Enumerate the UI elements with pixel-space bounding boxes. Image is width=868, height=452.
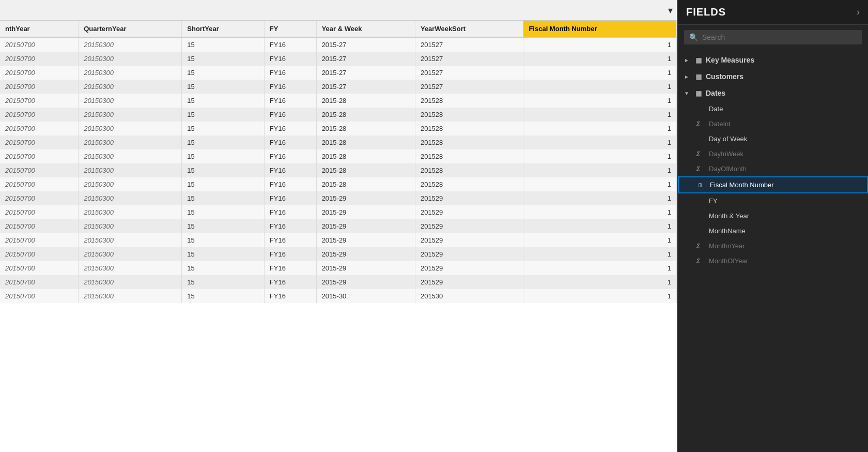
table-cell: 20150300 [79,289,182,303]
table-cell: 20150300 [79,191,182,205]
table-cell: 20150700 [0,289,79,303]
table-cell: 15 [182,122,265,135]
sigma-icon-dayOfMonth: Σ [696,165,705,173]
table-cell: 2015-28 [316,135,415,149]
field-label-dateInt: DateInt [709,120,862,128]
table-cell: 1 [523,122,677,135]
col-header-fiscalMonthNumber[interactable]: Fiscal Month Number [523,21,677,37]
table-cell: 20150700 [0,52,79,66]
table-wrapper[interactable]: nthYearQuarternYearShortYearFYYear & Wee… [0,21,677,452]
sigma-icon-dateInt: Σ [696,120,705,128]
table-cell: 20150700 [0,177,79,191]
fields-panel: FIELDS › 🔍 ►▦Key Measures►▦Customers▼▦Da… [677,0,868,452]
table-cell: 201528 [415,94,523,108]
table-cell: 1 [523,247,677,261]
table-cell: FY16 [264,52,316,66]
table-cell: 20150700 [0,135,79,149]
col-header-yearWeek[interactable]: Year & Week [316,21,415,37]
col-header-shortYear[interactable]: ShortYear [182,21,265,37]
table-cell: 20150300 [79,247,182,261]
fields-list[interactable]: ►▦Key Measures►▦Customers▼▦DatesDateΣDat… [678,50,868,452]
field-group-header-customers[interactable]: ►▦Customers [678,68,868,85]
col-header-monthnYear[interactable]: nthYear [0,21,79,37]
field-item-dayInWeek[interactable]: ΣDayInWeek [678,146,868,161]
search-box[interactable]: 🔍 [684,30,862,44]
group-arrow-dates: ▼ [684,91,691,96]
fields-expand-button[interactable]: › [857,7,860,18]
field-item-monthnYear[interactable]: ΣMonthnYear [678,238,868,253]
table-cell: 1 [523,80,677,94]
table-row: 201507002015030015FY162015-282015281 [0,94,677,108]
table-cell: 15 [182,191,265,205]
table-cell: 20150300 [79,94,182,108]
field-item-fiscalMonthNumber[interactable]: 🗓Fiscal Month Number [678,176,868,193]
field-item-date[interactable]: Date [678,101,868,116]
table-row: 201507002015030015FY162015-272015271 [0,37,677,52]
field-group-key-measures: ►▦Key Measures [678,52,868,68]
field-label-dayInWeek: DayInWeek [709,150,862,158]
table-cell: 201527 [415,52,523,66]
group-table-icon-key-measures: ▦ [695,56,702,64]
search-input[interactable] [702,33,857,41]
table-cell: 20150700 [0,247,79,261]
table-cell: 20150300 [79,177,182,191]
table-cell: 201529 [415,205,523,219]
table-cell: 201527 [415,80,523,94]
search-icon: 🔍 [689,33,698,41]
table-row: 201507002015030015FY162015-282015281 [0,135,677,149]
col-header-fy[interactable]: FY [264,21,316,37]
table-cell: 20150700 [0,108,79,122]
table-cell: 1 [523,52,677,66]
table-cell: 20150700 [0,191,79,205]
table-row: 201507002015030015FY162015-292015291 [0,261,677,275]
field-item-dateInt[interactable]: ΣDateInt [678,116,868,131]
table-cell: 15 [182,37,265,52]
table-cell: 20150300 [79,219,182,233]
table-cell: 20150700 [0,94,79,108]
table-cell: 20150300 [79,233,182,247]
table-cell: 201528 [415,163,523,177]
table-cell: 1 [523,275,677,289]
group-arrow-customers: ► [684,74,691,80]
field-label-monthName: MonthName [709,227,862,235]
table-cell: 15 [182,275,265,289]
table-cell: 15 [182,108,265,122]
table-cell: FY16 [264,261,316,275]
field-label-monthnYear: MonthnYear [709,242,862,250]
field-item-dayOfMonth[interactable]: ΣDayOfMonth [678,161,868,176]
field-item-monthName[interactable]: MonthName [678,223,868,238]
table-cell: FY16 [264,122,316,135]
field-label-dayOfWeek: Day of Week [709,135,862,143]
field-group-customers: ►▦Customers [678,68,868,85]
table-cell: 2015-28 [316,122,415,135]
field-item-fy[interactable]: FY [678,193,868,208]
table-cell: FY16 [264,80,316,94]
table-cell: FY16 [264,205,316,219]
table-cell: 20150700 [0,163,79,177]
table-cell: 2015-29 [316,275,415,289]
col-header-yearWeekSort[interactable]: YearWeekSort [415,21,523,37]
field-label-dayOfMonth: DayOfMonth [709,165,862,173]
top-bar: ▾ [0,0,677,21]
field-group-header-dates[interactable]: ▼▦Dates [678,85,868,101]
table-cell: 2015-28 [316,149,415,163]
field-item-monthOfYear[interactable]: ΣMonthOfYear [678,253,868,268]
table-cell: 15 [182,261,265,275]
table-cell: 20150300 [79,205,182,219]
table-row: 201507002015030015FY162015-282015281 [0,108,677,122]
table-cell: 20150700 [0,122,79,135]
table-cell: 2015-29 [316,191,415,205]
table-row: 201507002015030015FY162015-272015271 [0,52,677,66]
table-cell: FY16 [264,177,316,191]
table-cell: 201528 [415,149,523,163]
collapse-button[interactable]: ▾ [668,5,673,16]
table-row: 201507002015030015FY162015-292015291 [0,191,677,205]
table-cell: 20150700 [0,261,79,275]
col-header-quarternYear[interactable]: QuarternYear [79,21,182,37]
table-row: 201507002015030015FY162015-292015291 [0,233,677,247]
fields-title: FIELDS [686,6,726,18]
field-group-header-key-measures[interactable]: ►▦Key Measures [678,52,868,68]
table-cell: 201527 [415,66,523,80]
field-item-monthAndYear[interactable]: Month & Year [678,208,868,223]
field-item-dayOfWeek[interactable]: Day of Week [678,131,868,146]
